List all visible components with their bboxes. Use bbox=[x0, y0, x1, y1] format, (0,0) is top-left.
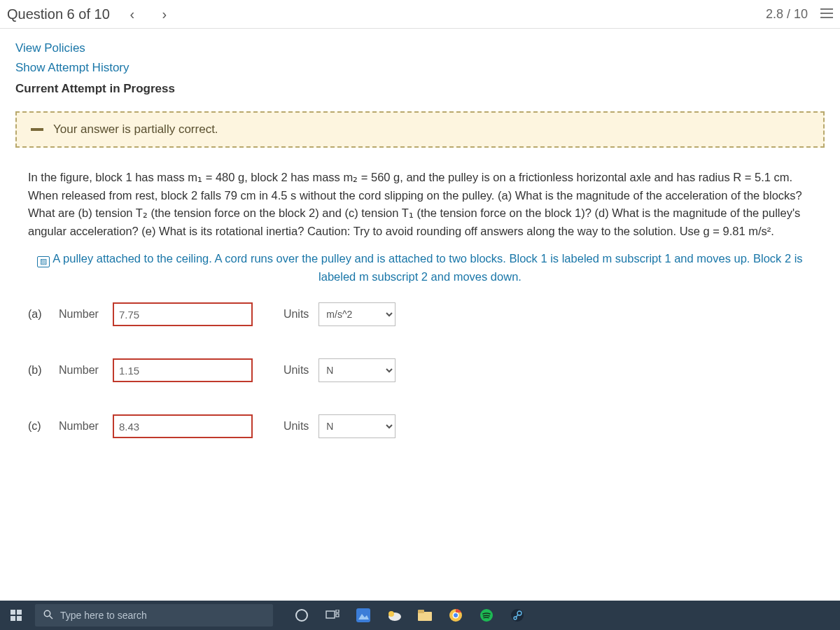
answer-row-b: (b) Number Units N bbox=[28, 358, 812, 382]
units-select-b[interactable]: N bbox=[318, 358, 396, 382]
app-icon-photos[interactable] bbox=[356, 608, 371, 623]
menu-icon[interactable] bbox=[820, 7, 833, 22]
task-view-icon[interactable] bbox=[325, 608, 340, 623]
answer-input-c[interactable] bbox=[113, 414, 253, 438]
app-icon-chrome[interactable] bbox=[448, 608, 463, 623]
part-label-c: (c) bbox=[28, 420, 49, 433]
start-button[interactable] bbox=[0, 601, 32, 630]
units-label: Units bbox=[284, 308, 309, 321]
question-label: Question 6 of 10 bbox=[7, 6, 110, 22]
score-display: 2.8 / 10 bbox=[766, 7, 808, 22]
show-attempt-history-link[interactable]: Show Attempt History bbox=[15, 58, 825, 78]
partial-correct-icon bbox=[31, 128, 43, 131]
view-policies-link[interactable]: View Policies bbox=[15, 38, 825, 58]
svg-point-6 bbox=[44, 610, 50, 616]
answer-input-b[interactable] bbox=[113, 358, 253, 382]
app-icon-spotify[interactable] bbox=[479, 608, 494, 623]
app-icon-weather[interactable] bbox=[386, 608, 402, 623]
answer-input-a[interactable] bbox=[113, 302, 253, 326]
svg-rect-10 bbox=[336, 614, 339, 617]
units-label: Units bbox=[284, 364, 309, 377]
search-icon bbox=[43, 610, 53, 622]
part-label-a: (a) bbox=[28, 308, 49, 321]
prev-question-button[interactable]: ‹ bbox=[122, 4, 142, 24]
units-select-a[interactable]: m/s^2 bbox=[318, 302, 396, 326]
figure-alt-text: ▨A pulley attached to the ceiling. A cor… bbox=[15, 250, 825, 302]
units-label: Units bbox=[284, 420, 309, 433]
svg-rect-16 bbox=[418, 610, 424, 613]
cortana-icon[interactable] bbox=[294, 608, 309, 623]
taskbar-search[interactable]: Type here to search bbox=[35, 604, 273, 626]
answer-row-a: (a) Number Units m/s^2 bbox=[28, 302, 812, 326]
svg-rect-9 bbox=[336, 610, 339, 612]
svg-point-4 bbox=[821, 12, 822, 13]
current-attempt-label: Current Attempt in Progress bbox=[15, 78, 825, 108]
svg-rect-8 bbox=[326, 611, 335, 618]
part-label-b: (b) bbox=[28, 364, 49, 377]
question-header: Question 6 of 10 ‹ › 2.8 / 10 bbox=[0, 0, 840, 29]
svg-line-7 bbox=[50, 616, 52, 619]
search-placeholder: Type here to search bbox=[60, 610, 147, 621]
number-label: Number bbox=[59, 364, 99, 377]
svg-rect-11 bbox=[356, 608, 370, 622]
number-label: Number bbox=[59, 308, 99, 321]
next-question-button[interactable]: › bbox=[155, 4, 174, 24]
broken-image-icon: ▨ bbox=[37, 256, 50, 267]
windows-icon bbox=[10, 610, 22, 621]
units-select-c[interactable]: N bbox=[318, 414, 396, 438]
answer-row-c: (c) Number Units N bbox=[28, 414, 812, 438]
app-icon-steam[interactable] bbox=[510, 608, 525, 623]
number-label: Number bbox=[59, 420, 99, 433]
svg-point-14 bbox=[388, 611, 394, 617]
feedback-message: Your answer is partially correct. bbox=[53, 122, 218, 136]
windows-taskbar: Type here to search bbox=[0, 601, 840, 630]
problem-statement: In the figure, block 1 has mass m₁ = 480… bbox=[15, 169, 825, 250]
content-area: View Policies Show Attempt History Curre… bbox=[0, 29, 840, 601]
answers-section: (a) Number Units m/s^2 (b) Number Units … bbox=[15, 302, 825, 438]
taskbar-icons bbox=[294, 608, 525, 623]
svg-point-19 bbox=[454, 613, 458, 617]
feedback-banner: Your answer is partially correct. bbox=[15, 111, 825, 148]
app-icon-file-explorer[interactable] bbox=[417, 608, 433, 623]
